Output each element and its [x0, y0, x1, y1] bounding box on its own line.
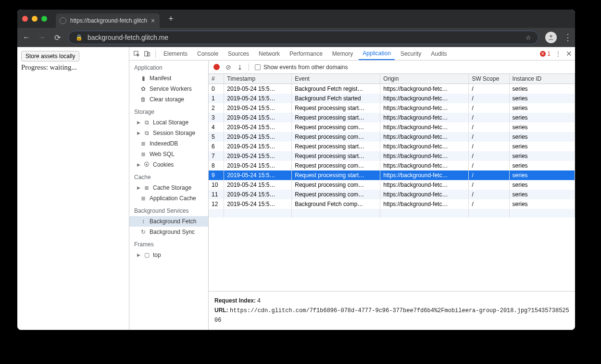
- close-tab-icon[interactable]: ×: [151, 17, 155, 24]
- tab-audits[interactable]: Audits: [427, 47, 451, 60]
- table-cell: https://background-fetc…: [380, 170, 469, 180]
- table-cell: /: [469, 103, 509, 113]
- sidebar-item-websql[interactable]: ≣Web SQL: [129, 149, 208, 159]
- sidebar-item-application-cache[interactable]: ≣Application Cache: [129, 193, 208, 204]
- table-row[interactable]: 112019-05-24 15:5…Request processing com…: [209, 190, 575, 199]
- table-row[interactable]: 72019-05-24 15:5…Request processing star…: [209, 151, 575, 161]
- table-row[interactable]: 22019-05-24 15:5…Request processing star…: [209, 103, 575, 113]
- table-cell: series: [509, 84, 575, 94]
- devtools-close-button[interactable]: ✕: [566, 49, 572, 58]
- maximize-window-button[interactable]: [41, 16, 47, 22]
- error-count[interactable]: ✕ 1: [540, 50, 551, 57]
- table-row[interactable]: 42019-05-24 15:5…Request processing com……: [209, 122, 575, 132]
- device-toggle-icon[interactable]: [143, 49, 151, 58]
- database-icon: ≣: [143, 184, 150, 191]
- table-cell: /: [469, 151, 509, 161]
- table-row[interactable]: 82019-05-24 15:5…Request processing com……: [209, 161, 575, 170]
- tab-memory[interactable]: Memory: [328, 47, 357, 60]
- table-row[interactable]: 32019-05-24 15:5…Request processing star…: [209, 113, 575, 122]
- devtools-menu-button[interactable]: ⋮: [555, 50, 561, 57]
- table-cell: 2019-05-24 15:5…: [224, 161, 292, 170]
- new-tab-button[interactable]: +: [168, 14, 174, 24]
- tab-sources[interactable]: Sources: [224, 47, 253, 60]
- tab-application[interactable]: Application: [359, 47, 395, 60]
- table-cell: Request processing com…: [292, 190, 380, 199]
- table-cell: Request processing start…: [292, 103, 380, 113]
- show-other-domains-checkbox[interactable]: Show events from other domains: [255, 64, 348, 71]
- database-icon: ≣: [140, 140, 147, 147]
- tab-performance[interactable]: Performance: [286, 47, 326, 60]
- col-instance-id[interactable]: Instance ID: [509, 74, 575, 84]
- tab-console[interactable]: Console: [193, 47, 222, 60]
- request-index-label: Request Index:: [214, 297, 256, 304]
- table-cell: https://background-fetc…: [380, 113, 469, 122]
- table-cell: series: [509, 113, 575, 122]
- sidebar-item-manifest[interactable]: ▮Manifest: [129, 73, 208, 84]
- checkbox-icon: [255, 64, 261, 70]
- sidebar-item-session-storage[interactable]: ▶⧉Session Storage: [129, 128, 208, 138]
- table-row[interactable]: 12019-05-24 15:5…Background Fetch starte…: [209, 94, 575, 103]
- table-cell: 2: [209, 103, 224, 113]
- request-index-value: 4: [257, 297, 261, 304]
- table-cell: Request processing com…: [292, 180, 380, 190]
- tab-elements[interactable]: Elements: [160, 47, 191, 60]
- sidebar-item-local-storage[interactable]: ▶⧉Local Storage: [129, 117, 208, 128]
- download-icon[interactable]: ⤓: [237, 63, 243, 71]
- table-row[interactable]: 122019-05-24 15:5…Background Fetch comp……: [209, 199, 575, 209]
- table-cell: series: [509, 190, 575, 199]
- table-cell: Request processing start…: [292, 151, 380, 161]
- table-cell: /: [469, 84, 509, 94]
- table-row[interactable]: 62019-05-24 15:5…Request processing star…: [209, 142, 575, 151]
- sidebar-group-background-services: Background Services: [129, 204, 208, 216]
- browser-window: https://background-fetch.glitch × + ← → …: [17, 10, 575, 330]
- sidebar-item-clear-storage[interactable]: 🗑Clear storage: [129, 94, 208, 105]
- table-cell: /: [469, 190, 509, 199]
- forward-button[interactable]: →: [38, 33, 46, 42]
- sidebar-item-background-fetch[interactable]: ↕Background Fetch: [129, 216, 208, 227]
- table-row[interactable]: 02019-05-24 15:5…Background Fetch regist…: [209, 84, 575, 94]
- table-cell: Background Fetch started: [292, 94, 380, 103]
- col-timestamp[interactable]: Timestamp: [224, 74, 292, 84]
- sidebar-item-indexeddb[interactable]: ≣IndexedDB: [129, 138, 208, 149]
- store-assets-button[interactable]: Store assets locally: [21, 51, 79, 61]
- profile-avatar[interactable]: [545, 32, 557, 43]
- table-cell: 2019-05-24 15:5…: [224, 142, 292, 151]
- inspect-element-icon[interactable]: [132, 49, 141, 58]
- devtools-panel: Elements Console Sources Network Perform…: [129, 47, 575, 330]
- sidebar-item-cookies[interactable]: ▶⦿Cookies: [129, 159, 208, 170]
- sidebar-item-service-workers[interactable]: ✿Service Workers: [129, 84, 208, 94]
- table-cell: Request processing com…: [292, 161, 380, 170]
- table-row[interactable]: 92019-05-24 15:5…Request processing star…: [209, 170, 575, 180]
- sync-icon: ↻: [140, 229, 147, 235]
- table-cell: https://background-fetc…: [380, 190, 469, 199]
- minimize-window-button[interactable]: [32, 16, 38, 22]
- clear-icon[interactable]: ⊘: [225, 63, 231, 71]
- table-cell: series: [509, 151, 575, 161]
- col-event[interactable]: Event: [292, 74, 380, 84]
- close-window-button[interactable]: [22, 16, 28, 22]
- tab-network[interactable]: Network: [255, 47, 284, 60]
- browser-tab[interactable]: https://background-fetch.glitch ×: [56, 13, 160, 28]
- table-row[interactable]: 102019-05-24 15:5…Request processing com…: [209, 180, 575, 190]
- tab-security[interactable]: Security: [397, 47, 425, 60]
- table-cell: /: [469, 142, 509, 151]
- sidebar-item-background-sync[interactable]: ↻Background Sync: [129, 227, 208, 237]
- reload-button[interactable]: ⟳: [53, 33, 62, 42]
- url-bar[interactable]: 🔒 background-fetch.glitch.me ☆: [68, 31, 538, 44]
- col-origin[interactable]: Origin: [380, 74, 469, 84]
- table-cell: /: [469, 170, 509, 180]
- table-row[interactable]: 52019-05-24 15:5…Request processing com……: [209, 132, 575, 142]
- table-cell: 2019-05-24 15:5…: [224, 103, 292, 113]
- col-number[interactable]: #: [209, 74, 224, 84]
- back-button[interactable]: ←: [22, 33, 31, 42]
- table-cell: 11: [209, 190, 224, 199]
- sidebar-group-storage: Storage: [129, 105, 208, 117]
- table-cell: https://background-fetc…: [380, 132, 469, 142]
- sidebar-item-top-frame[interactable]: ▶▢top: [129, 250, 208, 260]
- col-sw-scope[interactable]: SW Scope: [469, 74, 509, 84]
- browser-menu-button[interactable]: ⋮: [563, 32, 570, 43]
- bookmark-star-icon[interactable]: ☆: [526, 34, 531, 41]
- table-cell: series: [509, 122, 575, 132]
- sidebar-item-cache-storage[interactable]: ▶≣Cache Storage: [129, 182, 208, 193]
- record-button[interactable]: [213, 64, 220, 70]
